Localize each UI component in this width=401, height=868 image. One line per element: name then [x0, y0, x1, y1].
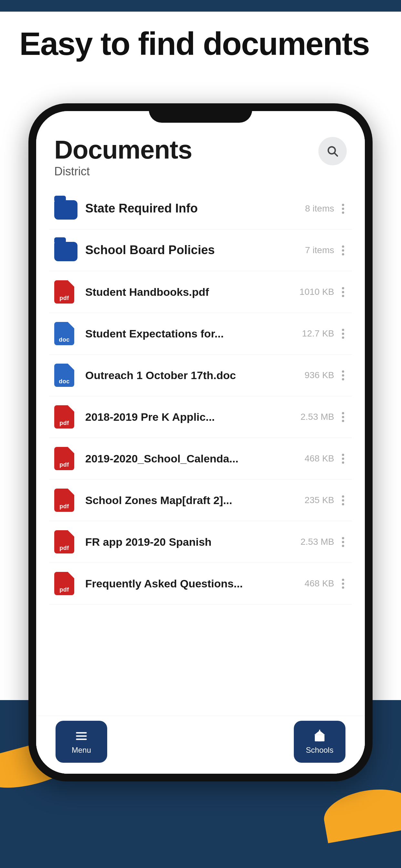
- screen-title: Documents: [54, 137, 347, 163]
- doc-label-text: doc: [59, 378, 70, 385]
- doc-file-icon: doc: [54, 322, 78, 345]
- pdf-icon: pdf: [54, 530, 78, 554]
- document-name: Student Handbooks.pdf: [85, 285, 300, 299]
- list-item[interactable]: doc Student Expectations for... 12.7 KB: [49, 313, 352, 354]
- tab-menu-label: Menu: [72, 746, 91, 755]
- document-meta: 1010 KB: [300, 287, 334, 297]
- list-item[interactable]: doc Outreach 1 October 17th.doc 936 KB: [49, 354, 352, 396]
- document-meta: 8 items: [305, 204, 334, 214]
- pdf-label-text: pdf: [59, 586, 69, 593]
- more-dot: [342, 329, 344, 331]
- more-options-button[interactable]: [339, 409, 347, 425]
- more-dot: [342, 495, 344, 498]
- document-name: School Board Policies: [85, 242, 305, 258]
- list-item[interactable]: pdf FR app 2019-20 Spanish 2.53 MB: [49, 521, 352, 563]
- more-dot: [342, 461, 344, 464]
- more-options-button[interactable]: [339, 451, 347, 466]
- schools-icon: [312, 729, 327, 743]
- more-dot: [342, 253, 344, 255]
- document-meta: 12.7 KB: [302, 329, 334, 339]
- document-list: State Required Info 8 items School Board…: [36, 188, 365, 604]
- more-dot: [342, 378, 344, 380]
- pdf-label-text: pdf: [59, 545, 69, 552]
- document-name: School Zones Map[draft 2]...: [85, 493, 305, 507]
- more-dot: [342, 245, 344, 248]
- list-item[interactable]: pdf Frequently Asked Questions... 468 KB: [49, 563, 352, 604]
- document-name: Outreach 1 October 17th.doc: [85, 368, 305, 382]
- pdf-icon: pdf: [54, 489, 78, 512]
- more-options-button[interactable]: [339, 284, 347, 300]
- list-item[interactable]: State Required Info 8 items: [49, 188, 352, 229]
- menu-icon: [74, 729, 89, 743]
- more-dot: [342, 537, 344, 539]
- screen-subtitle: District: [54, 165, 347, 178]
- document-name: 2018-2019 Pre K Applic...: [85, 410, 301, 424]
- more-dot: [342, 499, 344, 501]
- more-dot: [342, 208, 344, 210]
- svg-rect-9: [322, 736, 323, 738]
- more-dot: [342, 458, 344, 460]
- more-dot: [342, 416, 344, 418]
- more-dot: [342, 412, 344, 414]
- more-dot: [342, 212, 344, 214]
- more-dot: [342, 333, 344, 335]
- pdf-label-text: pdf: [59, 461, 69, 468]
- list-item[interactable]: pdf School Zones Map[draft 2]... 235 KB: [49, 479, 352, 521]
- more-options-button[interactable]: [339, 493, 347, 508]
- more-dot: [342, 503, 344, 505]
- svg-point-11: [319, 730, 320, 731]
- more-dot: [342, 204, 344, 206]
- hamburger-icon: [75, 730, 88, 742]
- svg-rect-8: [316, 736, 317, 738]
- list-item[interactable]: pdf Student Handbooks.pdf 1010 KB: [49, 271, 352, 313]
- document-name: Student Expectations for...: [85, 327, 302, 341]
- pdf-icon: pdf: [54, 572, 78, 595]
- pdf-label-text: pdf: [59, 295, 69, 302]
- phone-notch: [149, 103, 252, 123]
- doc-file-icon: doc: [54, 364, 78, 387]
- more-dot: [342, 586, 344, 589]
- list-item[interactable]: pdf 2019-2020_School_Calenda... 468 KB: [49, 438, 352, 479]
- tab-schools-label: Schools: [306, 746, 333, 755]
- tab-bar: Menu Schools: [36, 716, 365, 774]
- tab-schools[interactable]: Schools: [294, 721, 345, 763]
- list-item[interactable]: School Board Policies 7 items: [49, 229, 352, 271]
- tab-menu[interactable]: Menu: [56, 721, 107, 763]
- document-name: 2019-2020_School_Calenda...: [85, 452, 305, 466]
- svg-rect-4: [76, 739, 87, 740]
- document-meta: 936 KB: [305, 370, 334, 380]
- folder-icon: [54, 197, 78, 220]
- more-options-button[interactable]: [339, 243, 347, 258]
- screen-content: Documents District State Required Info: [36, 111, 365, 774]
- more-dot: [342, 295, 344, 297]
- orange-curve-right: [320, 783, 401, 843]
- list-item[interactable]: pdf 2018-2019 Pre K Applic... 2.53 MB: [49, 396, 352, 438]
- pdf-label-text: pdf: [59, 420, 69, 427]
- svg-line-1: [335, 153, 337, 156]
- document-name: Frequently Asked Questions...: [85, 577, 305, 591]
- document-name: State Required Info: [85, 200, 305, 216]
- more-dot: [342, 579, 344, 581]
- more-dot: [342, 337, 344, 339]
- pdf-icon: pdf: [54, 447, 78, 470]
- more-options-button[interactable]: [339, 326, 347, 341]
- more-options-button[interactable]: [339, 368, 347, 383]
- top-bar: [0, 0, 401, 11]
- pdf-label-text: pdf: [59, 503, 69, 510]
- pdf-icon: pdf: [54, 405, 78, 429]
- document-meta: 468 KB: [305, 578, 334, 589]
- school-building-icon: [313, 730, 326, 742]
- svg-rect-2: [76, 732, 87, 733]
- more-options-button[interactable]: [339, 576, 347, 591]
- more-options-button[interactable]: [339, 201, 347, 216]
- document-meta: 235 KB: [305, 495, 334, 505]
- document-meta: 468 KB: [305, 454, 334, 464]
- search-icon: [326, 145, 339, 158]
- search-button[interactable]: [318, 137, 347, 165]
- more-dot: [342, 287, 344, 289]
- document-meta: 2.53 MB: [301, 412, 334, 422]
- more-dot: [342, 374, 344, 376]
- more-options-button[interactable]: [339, 534, 347, 550]
- more-dot: [342, 541, 344, 543]
- more-dot: [342, 583, 344, 585]
